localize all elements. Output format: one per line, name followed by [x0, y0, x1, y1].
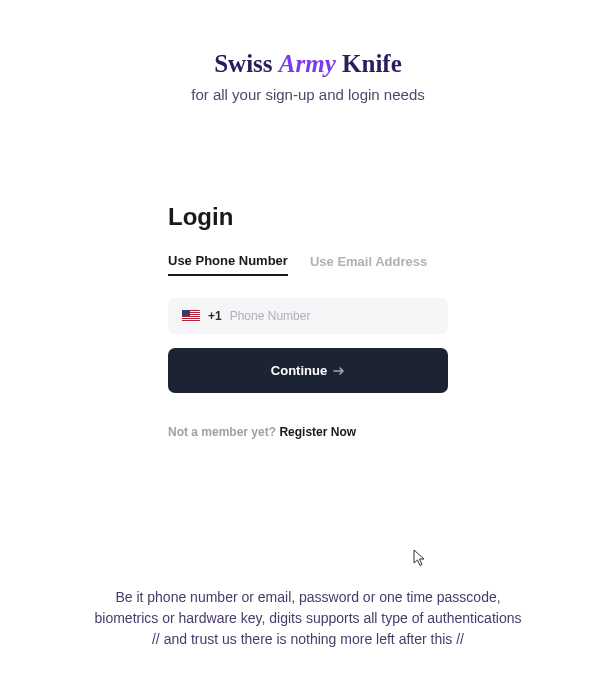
- register-link[interactable]: Register Now: [279, 425, 356, 439]
- tab-email[interactable]: Use Email Address: [310, 253, 427, 276]
- hero-subtitle: for all your sign-up and login needs: [191, 86, 424, 103]
- us-flag-icon[interactable]: [182, 310, 200, 322]
- login-tabs: Use Phone Number Use Email Address: [168, 253, 448, 276]
- tab-phone[interactable]: Use Phone Number: [168, 253, 288, 276]
- bottom-line-2: biometrics or hardware key, digits suppo…: [40, 608, 576, 629]
- login-heading: Login: [168, 203, 448, 231]
- continue-button[interactable]: Continue: [168, 348, 448, 393]
- continue-label: Continue: [271, 363, 327, 378]
- bottom-description: Be it phone number or email, password or…: [0, 587, 616, 650]
- phone-input[interactable]: [230, 309, 434, 323]
- hero-title-part2: Knife: [336, 50, 402, 77]
- bottom-line-3: // and trust us there is nothing more le…: [40, 629, 576, 650]
- bottom-line-1: Be it phone number or email, password or…: [40, 587, 576, 608]
- arrow-right-icon: [333, 366, 345, 376]
- cursor-icon: [413, 549, 427, 567]
- country-code[interactable]: +1: [208, 309, 222, 323]
- phone-input-group[interactable]: +1: [168, 298, 448, 334]
- login-card: Login Use Phone Number Use Email Address…: [168, 203, 448, 439]
- hero-title-emphasis: Army: [279, 50, 336, 77]
- register-prompt: Not a member yet? Register Now: [168, 425, 448, 439]
- hero-title: Swiss Army Knife: [214, 50, 402, 78]
- register-prompt-text: Not a member yet?: [168, 425, 279, 439]
- hero-title-part1: Swiss: [214, 50, 279, 77]
